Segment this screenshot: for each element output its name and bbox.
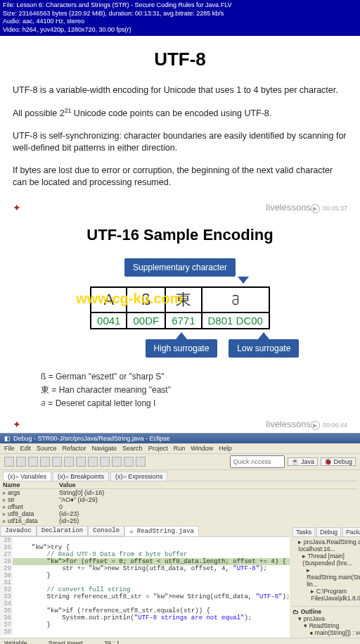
debug-tree-item[interactable]: ▸ Thread [main] (Suspended (bre...: [292, 553, 360, 567]
play-icon: ▶: [311, 421, 320, 430]
debug-tree-item[interactable]: ▸ ReadString.main(String[]) lin...: [292, 567, 360, 588]
variable-row[interactable]: ▸argsString[0] (id=16): [3, 489, 357, 496]
tab-breakpoints[interactable]: (x)= Breakpoints: [53, 472, 109, 481]
code-line[interactable]: 38: [0, 629, 290, 636]
menu-navigate[interactable]: Navigate: [92, 445, 117, 452]
variable-row[interactable]: ▸utf8_data(id=23): [3, 510, 357, 517]
def-east: 東 = Han character meaning "east": [41, 384, 347, 397]
cell-ch-1: ß: [127, 287, 165, 312]
code-line[interactable]: 27 // Read UTF-8 Data from 4 byte buffer: [0, 551, 290, 558]
slide-utf8: UTF-8 UTF-8 is a variable-width encoding…: [0, 36, 360, 202]
cell-ch-2: 東: [165, 287, 201, 312]
def-deseret: 𐐀 = Deseret capital letter long I: [41, 397, 347, 410]
encoding-table: A ß 東 𐐀 0041 00DF 6771 D801 DC00: [90, 286, 270, 329]
code-line[interactable]: 26 "kw">try {: [0, 544, 290, 551]
menu-project[interactable]: Project: [148, 445, 168, 452]
tool-icon[interactable]: [52, 457, 62, 467]
editor-tab[interactable]: Console: [88, 526, 124, 536]
debug-tree-item[interactable]: ▸ C:\Program Files\Java\jdk1.8.0_05\...: [292, 588, 360, 602]
tool-icon[interactable]: [124, 457, 134, 467]
menu-search[interactable]: Search: [122, 445, 143, 452]
slide2-footer: ✦ livelessons▶00:06:44: [0, 419, 360, 433]
tool-icon[interactable]: [136, 457, 146, 467]
variable-row[interactable]: ▸str"AO♦" (id=29): [3, 496, 357, 503]
livelessons-brand: livelessons▶00:05:37: [266, 202, 347, 213]
tab-variables[interactable]: (x)= Variables: [3, 472, 51, 481]
menu-file[interactable]: File: [4, 445, 15, 452]
tool-icon[interactable]: [4, 457, 14, 467]
window-titlebar: ◧ Debug - STR00-J/src/proJava/ReadString…: [0, 434, 360, 443]
low-surrogate-label: Low surrogate: [229, 339, 299, 358]
editor-area: JavadocDeclarationConsole☕ ReadString.ja…: [0, 526, 360, 638]
tool-icon[interactable]: [16, 457, 26, 467]
debug-tab[interactable]: Packag...: [342, 527, 360, 536]
status-item: Writable: [4, 640, 27, 644]
cell-ch-3: 𐐀: [202, 287, 269, 312]
debug-tab[interactable]: Debug: [316, 527, 341, 536]
outline-item[interactable]: ▾ proJava: [292, 615, 360, 622]
arrow-down-icon: [238, 277, 249, 284]
timestamp-1: 00:05:37: [323, 205, 347, 212]
meta-file: File: Lesson 6: Characters and Strings (…: [3, 1, 357, 10]
code-line[interactable]: 36 System.out.println("UTF-8 strings are…: [0, 614, 290, 621]
meta-size: Size: 231646563 bytes (220.92 MiB), dura…: [3, 10, 357, 18]
tool-icon[interactable]: [28, 457, 38, 467]
code-line[interactable]: 28 "kw">for (offset = 0; offset < utf8_d…: [0, 558, 290, 565]
menu-run[interactable]: Run: [174, 445, 186, 452]
menu-refactor[interactable]: Refactor: [63, 445, 86, 452]
outline-item[interactable]: ● main(String[]) : void: [292, 629, 360, 636]
vars-col-name: Name: [3, 481, 59, 488]
code-line[interactable]: 34: [0, 600, 290, 607]
code-line[interactable]: 35 "kw">if (!reference_utf8_str.equals(s…: [0, 607, 290, 614]
debug-tab[interactable]: Tasks: [292, 527, 315, 536]
slide1-footer: ✦ livelessons▶00:05:37: [0, 202, 360, 216]
arrow-up-icon: [176, 332, 187, 339]
publisher-logo-icon: ✦: [13, 419, 21, 430]
menu-window[interactable]: Window: [191, 445, 213, 452]
eclipse-ide: ◧ Debug - STR00-J/src/proJava/ReadString…: [0, 433, 360, 644]
code-line[interactable]: 25: [0, 537, 290, 544]
code-line[interactable]: 33 String reference_utf8_str = "kw">new …: [0, 593, 290, 600]
code-line[interactable]: 29 str += "kw">new String(utf8_data, off…: [0, 565, 290, 572]
menu-edit[interactable]: Edit: [20, 445, 32, 452]
tool-icon[interactable]: [112, 457, 122, 467]
variable-row[interactable]: ▸offset0: [3, 503, 357, 510]
cell-hex-2: 6771: [165, 312, 201, 329]
slide1-p3: UTF-8 is self-synchronizing: character b…: [13, 130, 347, 155]
video-metadata: File: Lesson 6: Characters and Strings (…: [0, 0, 360, 36]
editor-tab[interactable]: Javadoc: [0, 526, 37, 536]
tool-icon[interactable]: [40, 457, 50, 467]
toolbar-icons: [4, 457, 146, 467]
vars-col-value: Value: [59, 481, 76, 488]
code-line[interactable]: 31: [0, 579, 290, 586]
variable-row[interactable]: ▸utf16_data(id=25): [3, 517, 357, 524]
menu-source[interactable]: Source: [37, 445, 57, 452]
menu-help[interactable]: Help: [219, 445, 232, 452]
cell-hex-3: D801 DC00: [202, 312, 269, 329]
eclipse-icon: ◧: [4, 435, 11, 442]
tool-icon[interactable]: [76, 457, 86, 467]
slide-utf16: UTF-16 Sample Encoding Supplementary cha…: [0, 216, 360, 419]
def-eszett: ß = German "eszett" or "sharp S": [41, 370, 347, 384]
arrow-up-icon: [258, 332, 269, 339]
debug-tree-item[interactable]: ▸ proJava.ReadString at localhost:16...: [292, 538, 360, 553]
perspective-java[interactable]: ☕ Java: [288, 457, 318, 466]
code-editor[interactable]: JavadocDeclarationConsole☕ ReadString.ja…: [0, 526, 290, 638]
variables-view: (x)= Variables(x)= Breakpoints(x)= Expre…: [0, 470, 360, 526]
tab-expressions[interactable]: (x)= Expressions: [110, 472, 167, 481]
code-line[interactable]: 30 }: [0, 572, 290, 579]
tool-icon[interactable]: [64, 457, 74, 467]
toolbar: ☕ Java 🐞 Debug: [0, 454, 360, 470]
editor-tab[interactable]: ☕ ReadString.java: [124, 526, 199, 536]
right-sidebar: TasksDebugPackag... ▸ proJava.ReadString…: [290, 526, 360, 638]
tool-icon[interactable]: [100, 457, 110, 467]
window-title: Debug - STR00-J/src/proJava/ReadString.j…: [13, 435, 170, 442]
editor-tab[interactable]: Declaration: [37, 526, 88, 536]
outline-item[interactable]: ▾ ReadString: [292, 622, 360, 629]
tool-icon[interactable]: [88, 457, 98, 467]
perspective-debug[interactable]: 🐞 Debug: [321, 457, 356, 466]
quick-access-input[interactable]: [230, 455, 285, 468]
livelessons-brand: livelessons▶00:06:44: [266, 419, 347, 430]
code-line[interactable]: 37 }: [0, 621, 290, 629]
code-line[interactable]: 32 // convert full string: [0, 586, 290, 593]
